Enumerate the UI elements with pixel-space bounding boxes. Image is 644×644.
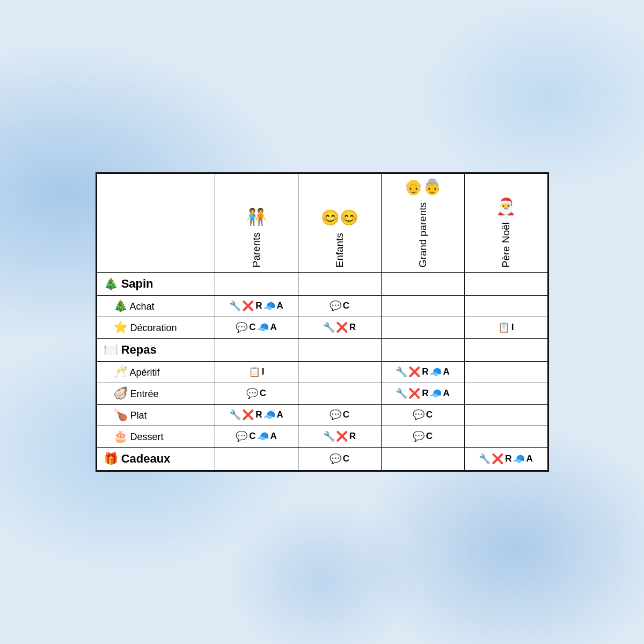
- row-dessert: 🎂 Dessert 💬C 🧢A 🔧❌R 💬C: [97, 426, 547, 447]
- decoration-enfants: 🔧❌R: [298, 317, 381, 338]
- label-dessert: 🎂 Dessert: [97, 426, 215, 447]
- repas-grandparents: [381, 338, 464, 361]
- entree-gp-role: 🔧❌R 🧢A: [396, 387, 450, 399]
- label-decoration: ⭐ Décoration: [97, 317, 215, 338]
- dessert-grandparents: 💬C: [381, 426, 464, 447]
- cadeaux-icon: 🎁: [104, 452, 118, 465]
- dessert-enfants: 🔧❌R: [298, 426, 381, 447]
- plat-enfants: 💬C: [298, 404, 381, 426]
- clipboard-icon2: 📋: [248, 366, 260, 378]
- row-repas: 🍽️ Repas: [97, 338, 547, 361]
- wrench-icon: 🔧: [229, 300, 241, 312]
- decoration-perenoel: 📋I: [464, 317, 547, 338]
- sapin-perenoel: [464, 272, 547, 295]
- label-aperitif: 🥂 Apéritif: [97, 361, 215, 383]
- cadeaux-enfants-role: 💬C: [330, 453, 349, 465]
- parents-emoji: 🧑‍🤝‍🧑: [246, 207, 266, 226]
- entree-perenoel: [464, 383, 547, 404]
- row-entree: 🦪 Entrée 💬C 🔧❌R 🧢A: [97, 383, 547, 404]
- row-aperitif: 🥂 Apéritif 📋I 🔧❌R 🧢A: [97, 361, 547, 383]
- decoration-parents: 💬C 🧢A: [215, 317, 298, 338]
- wrench-icon5: 🔧: [229, 409, 241, 421]
- decoration-enfants-role: 🔧❌R: [323, 321, 356, 333]
- aperitif-perenoel: [464, 361, 547, 383]
- cadeaux-perenoel: 🔧❌R 🧢A: [464, 447, 547, 470]
- wrench-icon4: 🔧: [396, 387, 407, 399]
- achat-parents-role: 🔧❌R 🧢A: [229, 300, 283, 312]
- header-row: 🧑‍🤝‍🧑 Parents 😊😊 Enfants 👴👵 Grand parent…: [97, 174, 547, 272]
- plat-gp-role: 💬C: [413, 409, 433, 421]
- clipboard-icon: 📋: [498, 321, 510, 333]
- enfants-emoji: 😊😊: [321, 209, 358, 226]
- label-repas: 🍽️ Repas: [97, 338, 215, 361]
- label-cadeaux: 🎁 Cadeaux: [97, 447, 215, 470]
- cadeaux-enfants: 💬C: [298, 447, 381, 470]
- cap-icon5: 🧢: [264, 409, 275, 421]
- cap-icon: 🧢: [264, 300, 275, 312]
- dessert-gp-role: 💬C: [413, 430, 433, 442]
- sapin-grandparents: [381, 272, 464, 295]
- achat-grandparents: [381, 295, 464, 317]
- dessert-perenoel: [464, 426, 547, 447]
- aperitif-grandparents: 🔧❌R 🧢A: [381, 361, 464, 383]
- speech-icon6: 💬: [236, 430, 247, 442]
- repas-enfants: [298, 338, 381, 361]
- entree-icon: 🦪: [113, 386, 128, 400]
- cap-icon3: 🧢: [430, 366, 442, 378]
- pere-noel-label: Père Noël: [500, 219, 512, 268]
- speech-icon4: 💬: [330, 409, 341, 421]
- header-enfants: 😊😊 Enfants: [298, 174, 381, 272]
- achat-parents: 🔧❌R 🧢A: [215, 295, 298, 317]
- plat-perenoel: [464, 404, 547, 426]
- plat-enfants-role: 💬C: [330, 409, 349, 421]
- row-achat: 🎄 Achat 🔧❌R 🧢A 💬C: [97, 295, 547, 317]
- pere-noel-emoji: 🎅: [496, 197, 516, 216]
- entree-parents-role: 💬C: [246, 387, 266, 399]
- entree-grandparents: 🔧❌R 🧢A: [381, 383, 464, 404]
- grandparents-emoji: 👴👵: [404, 178, 442, 196]
- achat-enfants-role: 💬C: [330, 300, 349, 312]
- achat-enfants: 💬C: [298, 295, 381, 317]
- sapin-icon: 🎄: [104, 277, 118, 290]
- row-decoration: ⭐ Décoration 💬C 🧢A 🔧❌R: [97, 317, 547, 338]
- sapin-enfants: [298, 272, 381, 295]
- label-sapin: 🎄 Sapin: [97, 272, 215, 295]
- dessert-icon: 🎂: [113, 429, 128, 443]
- cap-icon6: 🧢: [257, 430, 269, 442]
- row-plat: 🍗 Plat 🔧❌R 🧢A 💬C 💬C: [97, 404, 547, 426]
- wrench-icon3: 🔧: [396, 366, 407, 378]
- cadeaux-perenoel-role: 🔧❌R 🧢A: [479, 453, 533, 465]
- decoration-icon: ⭐: [113, 320, 128, 334]
- aperitif-gp-role: 🔧❌R 🧢A: [396, 366, 450, 378]
- header-parents: 🧑‍🤝‍🧑 Parents: [215, 174, 298, 272]
- entree-enfants: [298, 383, 381, 404]
- wrench-icon2: 🔧: [323, 321, 335, 333]
- plat-grandparents: 💬C: [381, 404, 464, 426]
- speech-icon2: 💬: [236, 321, 247, 333]
- speech-icon5: 💬: [413, 409, 425, 421]
- grandparents-label: Grand parents: [417, 199, 429, 267]
- speech-icon8: 💬: [330, 453, 341, 465]
- plat-parents: 🔧❌R 🧢A: [215, 404, 298, 426]
- wrench-icon7: 🔧: [479, 453, 491, 465]
- enfants-label: Enfants: [334, 230, 346, 267]
- cadeaux-parents: [215, 447, 298, 470]
- dessert-parents-role: 💬C 🧢A: [236, 430, 277, 442]
- decoration-parents-role: 💬C 🧢A: [236, 321, 277, 333]
- decoration-perenoel-role: 📋I: [498, 321, 514, 333]
- plat-icon: 🍗: [113, 408, 128, 421]
- label-entree: 🦪 Entrée: [97, 383, 215, 404]
- cadeaux-grandparents: [381, 447, 464, 470]
- repas-perenoel: [464, 338, 547, 361]
- speech-icon: 💬: [330, 300, 341, 312]
- label-achat: 🎄 Achat: [97, 295, 215, 317]
- label-plat: 🍗 Plat: [97, 404, 215, 426]
- decoration-grandparents: [381, 317, 464, 338]
- aperitif-parents: 📋I: [215, 361, 298, 383]
- parents-label: Parents: [251, 229, 262, 267]
- dessert-parents: 💬C 🧢A: [215, 426, 298, 447]
- achat-perenoel: [464, 295, 547, 317]
- row-cadeaux: 🎁 Cadeaux 💬C 🔧❌R 🧢A: [97, 447, 547, 470]
- plat-parents-role: 🔧❌R 🧢A: [229, 409, 283, 421]
- main-table-wrapper: 🧑‍🤝‍🧑 Parents 😊😊 Enfants 👴👵 Grand parent…: [96, 172, 549, 471]
